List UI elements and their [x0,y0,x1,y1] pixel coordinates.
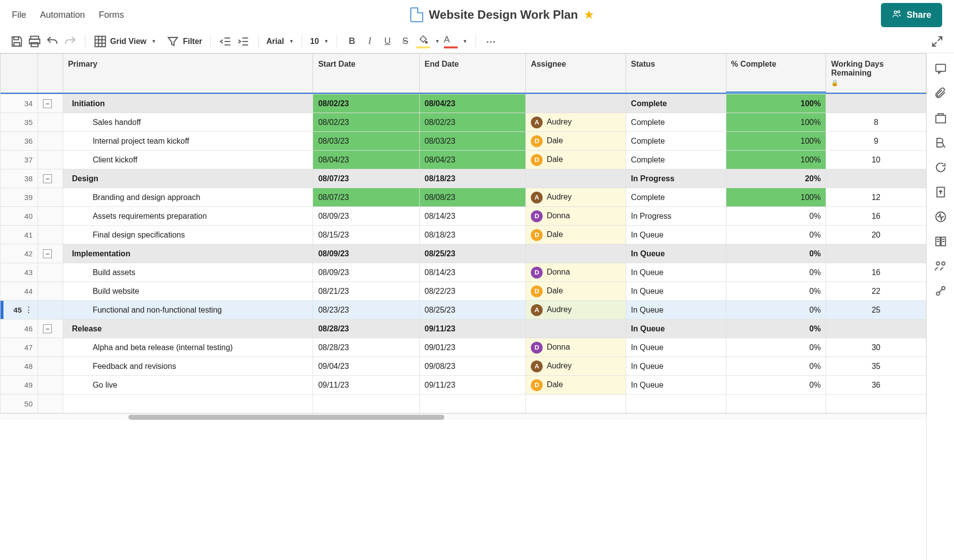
end-date-cell[interactable]: 08/08/23 [419,188,525,207]
working-days-cell[interactable]: 12 [826,188,926,207]
working-days-cell[interactable]: 16 [826,207,926,226]
start-date-cell[interactable]: 08/15/23 [313,226,419,244]
row-number[interactable]: 49 [0,376,38,395]
comments-icon[interactable] [934,62,947,75]
table-row[interactable]: 37Client kickoff08/04/2308/04/23DDaleCom… [0,151,926,169]
table-row[interactable]: 40Assets requirements preparation08/09/2… [0,207,926,226]
end-date-cell[interactable]: 08/04/23 [419,94,525,113]
page-title[interactable]: Website Design Work Plan [429,8,578,22]
table-row[interactable]: 35Sales handoff08/02/2308/02/23AAudreyCo… [0,113,926,132]
start-date-cell[interactable]: 08/09/23 [313,263,419,282]
start-date-cell[interactable]: 08/23/23 [313,301,419,320]
status-cell[interactable]: In Queue [626,376,726,395]
start-date-cell[interactable]: 08/07/23 [313,169,419,188]
primary-cell[interactable]: Client kickoff [63,151,313,169]
table-row[interactable]: 38−Design08/07/2308/18/23In Progress20% [0,169,926,188]
start-date-cell[interactable]: 08/04/23 [313,151,419,169]
status-cell[interactable]: In Queue [626,301,726,320]
print-icon[interactable] [28,35,41,48]
primary-cell[interactable]: Functional and non-functional testing [63,301,313,320]
working-days-cell[interactable]: 36 [826,376,926,395]
table-row[interactable]: 49Go live09/11/2309/11/23DDaleIn Queue0%… [0,376,926,395]
filter-button[interactable]: Filter [166,35,202,48]
brandfolder-icon[interactable] [934,136,947,149]
table-row[interactable]: 47Alpha and beta release (internal testi… [0,338,926,357]
end-date-cell[interactable]: 08/25/23 [419,244,525,263]
pct-complete-cell[interactable]: 0% [726,263,826,282]
assignee-cell[interactable]: DDonna [526,263,626,282]
assignee-cell[interactable]: DDale [526,282,626,301]
primary-cell[interactable]: Internal project team kickoff [63,132,313,151]
attachments-icon[interactable] [934,87,947,100]
refresh-icon[interactable] [934,161,947,174]
primary-cell[interactable]: Go live [63,376,313,395]
primary-cell[interactable]: Design [63,169,313,188]
assignee-cell[interactable]: DDale [526,376,626,395]
pct-complete-cell[interactable]: 100% [726,188,826,207]
start-date-cell[interactable]: 08/03/23 [313,132,419,151]
working-days-cell[interactable] [826,244,926,263]
indent-icon[interactable] [237,35,250,48]
working-days-cell[interactable] [826,169,926,188]
start-date-cell[interactable]: 08/07/23 [313,188,419,207]
table-row[interactable]: 44Build website08/21/2308/22/23DDaleIn Q… [0,282,926,301]
primary-cell[interactable]: Alpha and beta release (internal testing… [63,338,313,357]
status-cell[interactable]: In Queue [626,320,726,338]
connect-icon[interactable] [934,284,947,297]
assignee-cell[interactable]: AAudrey [526,357,626,376]
resource-icon[interactable] [934,260,947,273]
working-days-cell[interactable]: 16 [826,263,926,282]
text-color-button[interactable]: A ▼ [444,35,468,48]
end-date-cell[interactable]: 08/14/23 [419,207,525,226]
pct-complete-cell[interactable]: 0% [726,244,826,263]
undo-icon[interactable] [45,35,59,48]
table-row[interactable]: 48Feedback and revisions09/04/2309/08/23… [0,357,926,376]
status-cell[interactable]: In Queue [626,357,726,376]
start-date-cell[interactable]: 08/09/23 [313,244,419,263]
assignee-cell[interactable]: DDale [526,132,626,151]
start-date-cell[interactable]: 08/02/23 [313,113,419,132]
row-number[interactable]: 41 [0,226,38,244]
header-working-days[interactable]: Working Days Remaining [826,54,926,93]
end-date-cell[interactable]: 08/04/23 [419,151,525,169]
assignee-cell[interactable] [526,94,626,113]
status-cell[interactable]: Complete [626,94,726,113]
primary-cell[interactable]: Final design specifications [63,226,313,244]
assignee-cell[interactable]: DDale [526,226,626,244]
proofs-icon[interactable] [934,112,947,124]
bold-icon[interactable]: B [345,35,359,48]
assignee-cell[interactable]: DDonna [526,338,626,357]
table-row[interactable]: 41Final design specifications08/15/2308/… [0,226,926,244]
row-number[interactable]: 34 [0,94,38,113]
start-date-cell[interactable]: 08/28/23 [313,320,419,338]
pct-complete-cell[interactable]: 0% [726,357,826,376]
table-row[interactable]: 34−Initiation08/02/2308/04/23Complete100… [0,94,926,113]
row-number[interactable]: 45⋮ [0,301,38,320]
working-days-cell[interactable]: 35 [826,357,926,376]
header-pct-complete[interactable]: % Complete [726,54,826,93]
table-row[interactable]: 43Build assets08/09/2308/14/23DDonnaIn Q… [0,263,926,282]
status-cell[interactable]: Complete [626,113,726,132]
start-date-cell[interactable]: 08/28/23 [313,338,419,357]
collapse-icon[interactable]: − [43,174,52,183]
save-icon[interactable] [10,35,24,48]
header-primary[interactable]: Primary [63,54,313,93]
assignee-cell[interactable]: AAudrey [526,188,626,207]
primary-cell[interactable]: Initiation [63,94,313,113]
collapse-icon[interactable]: − [43,249,52,258]
redo-icon[interactable] [63,35,77,48]
header-start-date[interactable]: Start Date [313,54,419,93]
primary-cell[interactable]: Assets requirements preparation [63,207,313,226]
italic-icon[interactable]: I [363,35,377,48]
header-end-date[interactable]: End Date [419,54,525,93]
status-cell[interactable]: Complete [626,188,726,207]
collapse-icon[interactable]: − [43,99,52,108]
assignee-cell[interactable]: AAudrey [526,113,626,132]
assignee-cell[interactable] [526,169,626,188]
row-number[interactable]: 43 [0,263,38,282]
row-number[interactable]: 48 [0,357,38,376]
status-cell[interactable]: Complete [626,132,726,151]
data-grid[interactable]: Primary Start Date End Date Assignee Sta… [0,53,926,413]
favorite-star-icon[interactable]: ★ [584,8,595,22]
assignee-cell[interactable] [526,320,626,338]
